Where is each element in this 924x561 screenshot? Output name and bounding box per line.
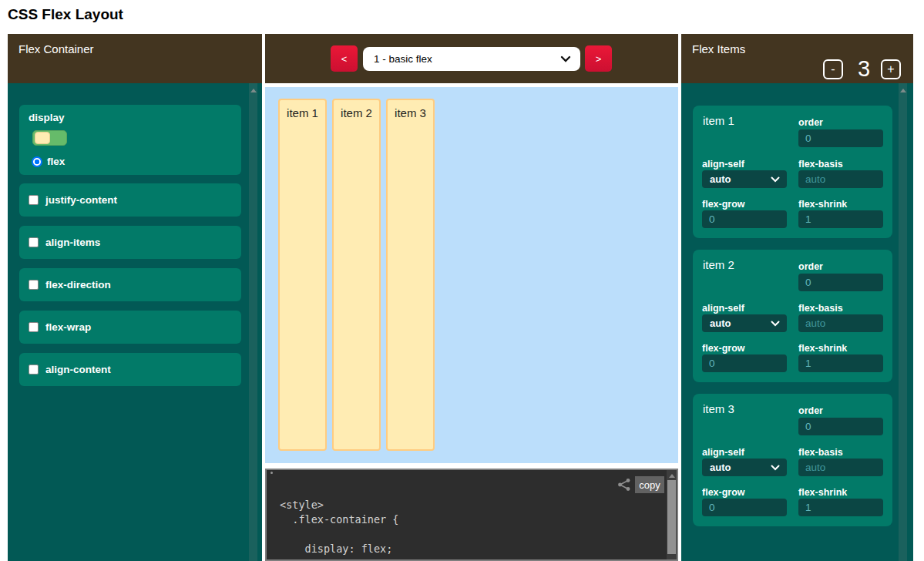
flex-radio[interactable] bbox=[32, 156, 42, 167]
flex-grow-label: flex-grow bbox=[702, 199, 745, 210]
code-line bbox=[280, 527, 398, 542]
scroll-up-icon[interactable] bbox=[250, 89, 257, 92]
preset-header: < 1 - basic flex > bbox=[265, 34, 678, 83]
flex-basis-label: flex-basis bbox=[798, 303, 843, 314]
flex-preview-container: item 1 item 2 item 3 bbox=[265, 87, 678, 463]
align-items-label: align-items bbox=[45, 237, 100, 248]
align-self-label: align-self bbox=[702, 303, 744, 314]
flex-direction-label: flex-direction bbox=[45, 279, 111, 291]
code-panel: <style> .flex-container { display: flex;… bbox=[265, 469, 678, 561]
item-card-title: item 2 bbox=[703, 258, 734, 271]
align-self-value: auto bbox=[710, 462, 731, 473]
code-dot bbox=[270, 472, 273, 474]
flex-basis-input[interactable] bbox=[798, 170, 883, 188]
flex-items-panel-title: Flex Items bbox=[692, 42, 745, 55]
align-items-checkbox[interactable] bbox=[29, 237, 39, 247]
align-content-label: align-content bbox=[45, 364, 111, 375]
align-self-select[interactable]: auto bbox=[702, 459, 787, 476]
code-line: display: flex; bbox=[280, 542, 398, 556]
flex-grow-input[interactable] bbox=[702, 499, 787, 516]
option-align-items[interactable]: align-items bbox=[19, 226, 241, 259]
flex-basis-input[interactable] bbox=[798, 314, 883, 332]
order-label: order bbox=[798, 261, 823, 272]
left-panel-scrollbar[interactable] bbox=[249, 83, 257, 561]
align-self-label: align-self bbox=[702, 159, 744, 170]
align-content-checkbox[interactable] bbox=[29, 364, 39, 375]
align-self-value: auto bbox=[710, 173, 731, 185]
order-input[interactable] bbox=[798, 418, 883, 435]
scroll-up-icon[interactable] bbox=[669, 474, 675, 478]
chevron-down-icon bbox=[771, 176, 780, 183]
flex-radio-row: flex bbox=[32, 156, 65, 167]
flex-grow-label: flex-grow bbox=[702, 343, 745, 354]
option-align-content[interactable]: align-content bbox=[19, 353, 241, 386]
flex-items-panel: Flex Items - 3 + item 1 order align-self… bbox=[681, 34, 913, 561]
flex-shrink-label: flex-shrink bbox=[798, 343, 847, 354]
code-scrollbar-thumb[interactable] bbox=[667, 480, 676, 554]
flex-container-panel-header: Flex Container bbox=[8, 34, 262, 83]
item-count: 3 bbox=[852, 56, 875, 82]
flex-container-panel-title: Flex Container bbox=[18, 42, 94, 55]
toggle-knob-icon bbox=[35, 132, 50, 144]
order-label: order bbox=[798, 405, 823, 416]
share-icon[interactable] bbox=[617, 478, 631, 492]
add-item-button[interactable]: + bbox=[881, 59, 901, 79]
align-self-value: auto bbox=[710, 317, 731, 329]
next-preset-button[interactable]: > bbox=[585, 45, 612, 72]
code-line: <style> bbox=[280, 498, 398, 512]
item-1-card: item 1 order align-self auto flex-basis … bbox=[693, 106, 892, 238]
scroll-up-icon[interactable] bbox=[900, 89, 906, 92]
prev-preset-button[interactable]: < bbox=[331, 45, 358, 72]
flex-wrap-checkbox[interactable] bbox=[29, 322, 39, 332]
flex-basis-input[interactable] bbox=[798, 459, 883, 476]
order-input[interactable] bbox=[798, 129, 883, 147]
flex-wrap-label: flex-wrap bbox=[45, 321, 91, 333]
flex-shrink-input[interactable] bbox=[798, 210, 883, 228]
flex-shrink-input[interactable] bbox=[798, 354, 883, 372]
chevron-down-icon bbox=[560, 55, 571, 62]
flex-radio-label: flex bbox=[47, 156, 65, 167]
order-input[interactable] bbox=[798, 274, 883, 291]
flex-grow-label: flex-grow bbox=[702, 487, 745, 498]
flex-items-panel-header: Flex Items - 3 + bbox=[681, 34, 913, 83]
display-card: display flex bbox=[19, 105, 241, 175]
display-toggle[interactable] bbox=[32, 130, 67, 146]
justify-content-label: justify-content bbox=[45, 194, 117, 206]
item-3-card: item 3 order align-self auto flex-basis … bbox=[693, 394, 892, 526]
flex-item-2: item 2 bbox=[332, 99, 381, 451]
chevron-down-icon bbox=[771, 465, 780, 471]
flex-grow-input[interactable] bbox=[702, 354, 787, 372]
flex-grow-input[interactable] bbox=[702, 210, 787, 228]
flex-item-3: item 3 bbox=[386, 99, 435, 451]
flex-shrink-label: flex-shrink bbox=[798, 199, 847, 210]
copy-button[interactable]: copy bbox=[635, 476, 664, 493]
flex-basis-label: flex-basis bbox=[798, 159, 843, 170]
align-self-label: align-self bbox=[702, 447, 744, 458]
preset-select[interactable]: 1 - basic flex bbox=[363, 47, 580, 71]
order-label: order bbox=[798, 117, 823, 128]
justify-content-checkbox[interactable] bbox=[29, 195, 39, 205]
flex-container-panel: Flex Container display flex justify-cont… bbox=[8, 34, 262, 561]
flex-direction-checkbox[interactable] bbox=[29, 280, 39, 290]
flex-basis-label: flex-basis bbox=[798, 447, 843, 458]
item-card-title: item 1 bbox=[703, 114, 734, 127]
item-2-card: item 2 order align-self auto flex-basis … bbox=[693, 250, 892, 382]
flex-item-1: item 1 bbox=[278, 99, 327, 451]
code-line: .flex-container { bbox=[280, 512, 398, 527]
item-card-title: item 3 bbox=[703, 402, 734, 415]
remove-item-button[interactable]: - bbox=[823, 59, 843, 79]
code-scrollbar[interactable] bbox=[667, 470, 677, 559]
flex-shrink-input[interactable] bbox=[798, 499, 883, 516]
align-self-select[interactable]: auto bbox=[702, 314, 787, 332]
preset-select-value: 1 - basic flex bbox=[374, 53, 432, 65]
flex-shrink-label: flex-shrink bbox=[798, 487, 847, 498]
code-block: <style> .flex-container { display: flex; bbox=[280, 498, 398, 556]
chevron-down-icon bbox=[771, 321, 780, 327]
display-label: display bbox=[29, 112, 65, 123]
page-title: CSS Flex Layout bbox=[8, 6, 123, 23]
option-flex-direction[interactable]: flex-direction bbox=[19, 268, 241, 301]
right-panel-scrollbar[interactable] bbox=[899, 83, 907, 561]
align-self-select[interactable]: auto bbox=[702, 170, 787, 188]
option-flex-wrap[interactable]: flex-wrap bbox=[19, 311, 241, 344]
option-justify-content[interactable]: justify-content bbox=[19, 183, 241, 217]
